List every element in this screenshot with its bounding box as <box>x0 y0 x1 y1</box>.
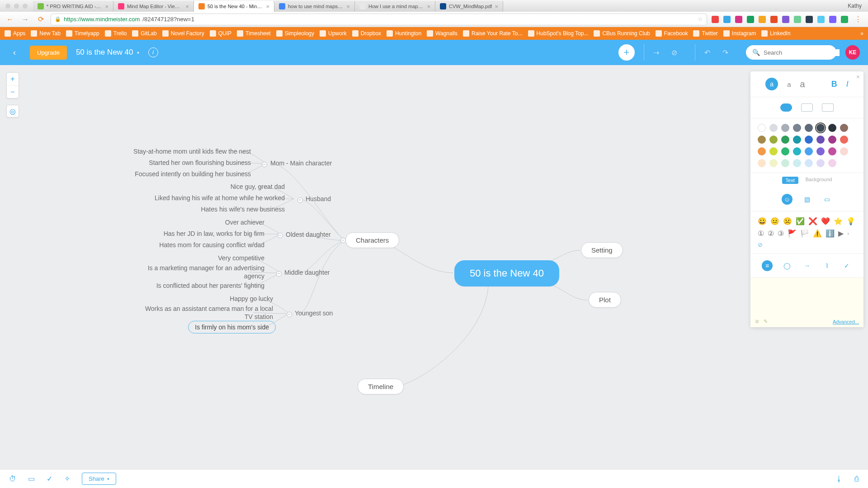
forward-icon[interactable]: → <box>20 15 31 23</box>
toggle-icon[interactable]: − <box>287 312 292 317</box>
leaf[interactable]: Happy go lucky <box>230 295 273 303</box>
emoji-icon[interactable]: ☺ <box>782 194 793 205</box>
attachment-icon[interactable]: ⌇ <box>821 260 832 271</box>
toggle-icon[interactable]: − <box>297 197 303 203</box>
close-icon[interactable]: × <box>495 3 498 10</box>
bookmark-item[interactable]: QUIP <box>210 30 231 37</box>
bookmark-item[interactable]: Instagram <box>723 30 756 37</box>
close-icon[interactable]: × <box>856 73 860 80</box>
star-icon[interactable]: ☆ <box>698 16 703 23</box>
node-youngest[interactable]: Youngest son <box>295 309 333 317</box>
bookmark-item[interactable]: Upwork <box>320 30 347 37</box>
emoji-button[interactable]: ▶ <box>838 229 844 238</box>
color-swatch[interactable] <box>758 136 766 144</box>
extension-icon[interactable] <box>782 16 789 23</box>
extension-icon[interactable] <box>794 16 801 23</box>
color-swatch[interactable] <box>805 147 813 155</box>
extension-icon[interactable] <box>759 16 766 23</box>
color-swatch[interactable] <box>840 124 848 132</box>
color-swatch[interactable] <box>816 147 825 155</box>
video-icon[interactable]: ▭ <box>821 194 832 205</box>
emoji-button[interactable]: ✅ <box>796 217 805 225</box>
font-medium-button[interactable]: a <box>787 80 791 88</box>
color-swatch[interactable] <box>769 159 778 167</box>
toggle-icon[interactable]: − <box>340 238 346 243</box>
close-icon[interactable]: × <box>346 3 350 10</box>
emoji-button[interactable]: ⭐ <box>834 217 843 225</box>
undo-icon[interactable]: ↶ <box>702 48 712 57</box>
toggle-icon[interactable]: − <box>262 162 267 167</box>
bookmark-item[interactable]: CBus Running Club <box>594 30 650 37</box>
bookmark-item[interactable]: Facebook <box>656 30 688 37</box>
color-swatch[interactable] <box>758 124 766 132</box>
history-icon[interactable]: ⏱ <box>9 475 16 483</box>
emoji-button[interactable]: 😀 <box>758 217 767 225</box>
minimize-icon[interactable] <box>14 4 19 9</box>
node-mom[interactable]: Mom - Main character <box>270 159 332 167</box>
tab-text[interactable]: Text <box>782 177 798 184</box>
leaf[interactable]: Hates mom for causing conflict w/dad <box>159 241 264 249</box>
download-icon[interactable]: ⭳ <box>835 475 843 483</box>
color-swatch[interactable] <box>781 136 789 144</box>
extension-icon[interactable] <box>806 16 813 23</box>
color-swatch[interactable] <box>805 159 813 167</box>
add-node-button[interactable]: + <box>618 44 635 61</box>
browser-tab[interactable]: * PRO WRITING AID - How-To× <box>33 1 113 12</box>
extension-icon[interactable] <box>735 16 742 23</box>
leaf[interactable]: Over achiever <box>225 218 264 226</box>
leaf[interactable]: Stay-at-home mom until kids flew the nes… <box>133 147 251 155</box>
leaf-selected[interactable]: Is firmly on his mom's side <box>188 321 276 333</box>
emoji-button[interactable]: 😐 <box>770 217 779 225</box>
avatar[interactable]: KE <box>845 45 860 60</box>
node-setting[interactable]: Setting <box>581 242 623 258</box>
cancel-icon[interactable]: ⊘ <box>669 48 679 57</box>
emoji-button[interactable]: ℹ️ <box>826 229 835 238</box>
search-input[interactable] <box>764 49 840 56</box>
bookmark-item[interactable]: Timelyapp <box>66 30 99 37</box>
leaf[interactable]: Started her own flourishing business <box>149 159 251 167</box>
clear-note-icon[interactable]: ⊘ <box>755 319 759 324</box>
wand-icon[interactable]: ✧ <box>64 474 70 483</box>
present-icon[interactable]: ▭ <box>28 474 35 483</box>
emoji-button[interactable]: ❤️ <box>821 217 830 225</box>
color-swatch[interactable] <box>781 124 789 132</box>
color-swatch[interactable] <box>828 147 836 155</box>
browser-tab[interactable]: 50 is the New 40 - MindMeiste× <box>194 1 274 12</box>
color-swatch[interactable] <box>781 159 789 167</box>
leaf[interactable]: Has her JD in law, works for big firm <box>164 230 264 238</box>
node-husband[interactable]: Husband <box>306 195 331 203</box>
leaf[interactable]: Liked having his wife at home while he w… <box>155 194 285 202</box>
bookmark-item[interactable]: Raise Your Rate To... <box>463 30 523 37</box>
emoji-button[interactable]: 💡 <box>846 217 855 225</box>
shape-none-button[interactable] <box>822 103 834 112</box>
fullscreen-icon[interactable] <box>23 4 28 9</box>
close-icon[interactable]: × <box>105 3 108 10</box>
search-box[interactable]: 🔍 <box>746 45 836 60</box>
node-middle[interactable]: Middle daughter <box>284 268 330 277</box>
browser-tab[interactable]: How I use a mind map to build× <box>355 1 435 12</box>
emoji-button[interactable]: ① <box>758 229 764 238</box>
tasks-icon[interactable]: ✓ <box>47 474 52 483</box>
redo-icon[interactable]: ↷ <box>720 48 731 57</box>
extension-icon[interactable] <box>841 16 848 23</box>
color-swatch[interactable] <box>769 136 778 144</box>
color-swatch[interactable] <box>828 136 836 144</box>
node-center[interactable]: 50 is the New 40 <box>454 260 559 286</box>
link-arrow-icon[interactable]: → <box>802 260 812 271</box>
bookmark-item[interactable]: Timesheet <box>237 30 271 37</box>
extension-icon[interactable] <box>829 16 836 23</box>
advanced-link[interactable]: Advanced... <box>833 319 859 324</box>
note-icon[interactable]: ≡ <box>762 260 773 271</box>
bookmarks-overflow-icon[interactable]: » <box>860 30 863 37</box>
close-icon[interactable]: × <box>427 3 430 10</box>
bookmark-item[interactable]: Wagnalls <box>427 30 458 37</box>
emoji-more-icon[interactable]: › <box>847 230 849 237</box>
color-swatch[interactable] <box>828 159 836 167</box>
shape-rect-button[interactable] <box>801 103 813 112</box>
close-icon[interactable] <box>5 4 10 9</box>
color-swatch[interactable] <box>758 159 766 167</box>
extension-icon[interactable] <box>712 16 719 23</box>
bookmark-item[interactable]: LinkedIn <box>761 30 790 37</box>
leaf[interactable]: Is a marketing manager for an advertisin… <box>142 264 264 280</box>
color-swatch[interactable] <box>793 147 801 155</box>
